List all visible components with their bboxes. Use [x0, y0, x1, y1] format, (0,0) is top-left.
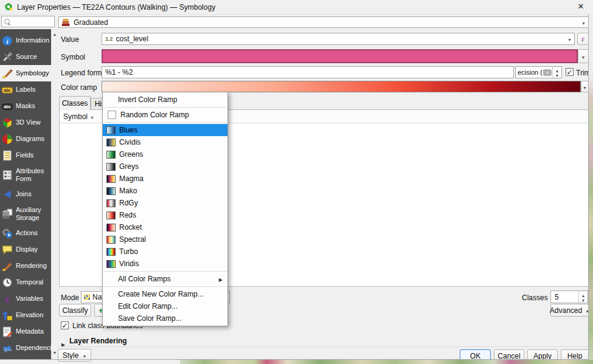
sidebar-item-joins[interactable]: Joins — [0, 186, 51, 202]
sidebar-item-3d-view[interactable]: 3D View — [0, 114, 51, 131]
information-icon: i — [2, 35, 13, 46]
expression-builder-button[interactable]: ε — [577, 33, 589, 45]
tab-classes[interactable]: Classes — [59, 96, 91, 110]
clock-icon — [2, 277, 13, 288]
greens-ramp-icon — [106, 151, 116, 159]
turbo-ramp-icon — [106, 248, 116, 256]
menu-item-mako[interactable]: Mako — [103, 185, 227, 197]
link-class-boundaries-checkbox[interactable] — [61, 321, 69, 329]
rdgy-ramp-icon — [106, 199, 116, 207]
sidebar-item-metadata[interactable]: Metadata — [0, 323, 51, 340]
viridis-ramp-icon — [106, 260, 116, 268]
layer-rendering-header[interactable]: Layer Rendering — [69, 337, 127, 345]
menu-item-reds[interactable]: Reds — [103, 209, 227, 221]
magma-ramp-icon — [106, 175, 116, 183]
classes-spinner[interactable]: 5 — [550, 290, 588, 303]
color-ramp-menu: Invert Color Ramp Random Color Ramp Blue… — [102, 92, 228, 326]
symbol-preview[interactable] — [102, 49, 578, 63]
chevron-down-icon — [583, 83, 587, 91]
advanced-button[interactable]: Advanced — [550, 304, 589, 317]
value-label: Value — [61, 35, 79, 44]
source-icon — [2, 52, 13, 63]
mako-ramp-icon — [106, 187, 116, 195]
menu-separator — [103, 122, 227, 123]
sidebar-item-fields[interactable]: Fields — [0, 147, 51, 163]
spin-down-icon[interactable] — [555, 72, 560, 77]
menu-item-blues[interactable]: Blues — [103, 124, 227, 136]
menu-item-spectral[interactable]: Spectral — [103, 233, 227, 246]
sidebar-item-masks[interactable]: abc Masks — [0, 98, 51, 114]
sidebar-item-dependencies[interactable]: Dependencies — [0, 340, 51, 356]
menu-item-edit-color-ramp[interactable]: Edit Color Ramp... — [103, 300, 227, 312]
menu-item-turbo[interactable]: Turbo — [103, 246, 227, 258]
spinner-arrows[interactable] — [552, 67, 561, 78]
menu-item-invert-color-ramp[interactable]: Invert Color Ramp — [103, 94, 227, 106]
symbol-label: Symbol — [61, 53, 85, 61]
collapse-arrow-icon[interactable] — [61, 338, 65, 349]
spectral-ramp-icon — [106, 236, 116, 244]
sidebar-item-variables[interactable]: ε Variables — [0, 290, 51, 307]
reds-ramp-icon — [106, 211, 116, 219]
color-ramp-preview[interactable] — [102, 81, 581, 92]
precision-spinner[interactable]: ecision ( × — [515, 66, 562, 78]
metadata-document-icon — [2, 326, 13, 337]
sidebar-item-attributes-form[interactable]: Attributes Form — [0, 163, 51, 186]
spin-up-icon[interactable] — [555, 67, 560, 72]
menu-item-greys[interactable]: Greys — [103, 160, 227, 173]
fields-icon — [2, 150, 13, 161]
menu-separator — [103, 286, 227, 287]
sidebar-item-information[interactable]: i Information — [0, 32, 51, 49]
sidebar-item-display[interactable]: Display — [0, 241, 51, 258]
sidebar-item-temporal[interactable]: Temporal — [0, 274, 51, 290]
sort-indicator-icon — [90, 112, 94, 121]
menu-item-save-color-ramp[interactable]: Save Color Ramp... — [103, 312, 227, 325]
sidebar-scrollbar[interactable] — [51, 29, 58, 360]
menu-item-create-new-color-ramp[interactable]: Create New Color Ramp... — [103, 288, 227, 300]
close-icon[interactable]: ✕ — [572, 1, 589, 13]
spinner-arrows[interactable] — [578, 291, 588, 303]
menu-item-magma[interactable]: Magma — [103, 173, 227, 185]
paintbrush-icon — [2, 261, 13, 272]
greys-ramp-icon — [106, 163, 116, 171]
random-ramp-checkbox[interactable] — [108, 111, 116, 119]
spin-up-icon[interactable] — [581, 292, 586, 297]
menu-item-greens[interactable]: Greens — [103, 148, 227, 160]
legend-format-value: %1 - %2 — [105, 68, 133, 77]
scroll-up-icon[interactable] — [51, 32, 58, 37]
menu-item-cividis[interactable]: Cividis — [103, 136, 227, 148]
legend-format-input[interactable]: %1 - %2 — [102, 66, 514, 78]
menu-item-random-color-ramp[interactable]: Random Color Ramp — [103, 109, 227, 121]
sidebar-item-diagrams[interactable]: Diagrams — [0, 131, 51, 147]
classes-value: 5 — [555, 293, 559, 301]
menu-item-rocket[interactable]: Rocket — [103, 221, 227, 233]
menu-item-all-color-ramps[interactable]: All Color Ramps — [103, 273, 227, 285]
classify-button[interactable]: Classify — [59, 304, 91, 317]
sidebar-item-auxiliary-storage[interactable]: Auxiliary Storage — [0, 202, 51, 225]
svg-text:abc: abc — [4, 105, 11, 109]
chevron-down-icon — [579, 18, 588, 27]
sidebar-item-rendering[interactable]: Rendering — [0, 258, 51, 274]
search-input[interactable] — [1, 16, 55, 27]
menu-item-viridis[interactable]: Viridis — [103, 258, 227, 270]
cividis-ramp-icon — [106, 139, 116, 146]
decimal-field-icon: 1.2 — [105, 36, 113, 42]
attributes-form-icon — [2, 170, 13, 180]
pie-chart-icon — [2, 134, 13, 145]
sidebar-item-labels[interactable]: abc Labels — [0, 81, 51, 98]
value-field-combo[interactable]: 1.2 cost_level — [102, 33, 575, 45]
clear-field-icon[interactable]: × — [543, 69, 552, 76]
menu-item-rdgy[interactable]: RdGy — [103, 197, 227, 209]
sidebar-item-actions[interactable]: Actions — [0, 225, 51, 241]
blues-ramp-icon — [106, 126, 116, 134]
symbol-dropdown-button[interactable] — [578, 49, 589, 63]
spin-down-icon[interactable] — [581, 297, 586, 302]
graduated-icon — [61, 18, 70, 27]
trim-checkbox[interactable] — [566, 68, 574, 76]
sidebar-item-source[interactable]: Source — [0, 49, 51, 65]
renderer-combo[interactable]: Graduated — [58, 16, 589, 28]
window-title: Layer Properties — TE22A Contours (Walki… — [17, 3, 215, 12]
search-icon — [4, 19, 10, 24]
chevron-down-icon — [82, 351, 86, 360]
sidebar-item-elevation[interactable]: Elevation — [0, 307, 51, 323]
sidebar-item-symbology[interactable]: Symbology — [0, 65, 51, 81]
